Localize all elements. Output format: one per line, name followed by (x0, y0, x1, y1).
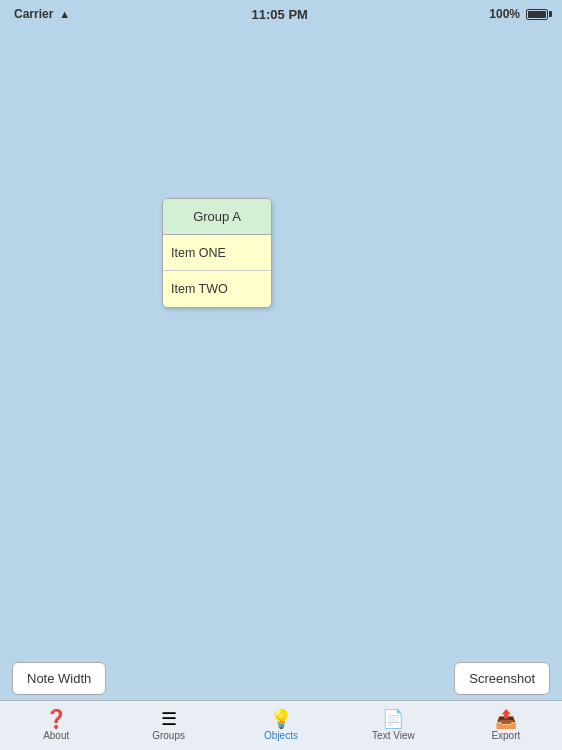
battery-percentage: 100% (489, 7, 520, 21)
status-time: 11:05 PM (252, 7, 308, 22)
battery-icon (526, 9, 548, 20)
status-left: Carrier ▲ (14, 7, 70, 21)
list-item[interactable]: Item TWO (163, 271, 271, 307)
status-bar: Carrier ▲ 11:05 PM 100% (0, 0, 562, 28)
tab-bar: ❓ About ☰ Groups 💡 Objects 📄 Text View 📤… (0, 700, 562, 750)
tab-textview-label: Text View (372, 730, 415, 741)
carrier-label: Carrier (14, 7, 53, 21)
export-icon: 📤 (495, 710, 517, 728)
main-canvas: Group A Item ONE Item TWO (0, 28, 562, 650)
status-right: 100% (489, 7, 548, 21)
tab-textview[interactable]: 📄 Text View (337, 701, 449, 750)
note-width-button[interactable]: Note Width (12, 662, 106, 695)
tab-objects[interactable]: 💡 Objects (225, 701, 337, 750)
tab-about-label: About (43, 730, 69, 741)
screenshot-button[interactable]: Screenshot (454, 662, 550, 695)
tab-groups[interactable]: ☰ Groups (112, 701, 224, 750)
list-item[interactable]: Item ONE (163, 235, 271, 271)
group-widget: Group A Item ONE Item TWO (162, 198, 272, 308)
tab-objects-label: Objects (264, 730, 298, 741)
objects-icon: 💡 (270, 710, 292, 728)
toolbar-buttons: Note Width Screenshot (0, 656, 562, 700)
tab-export-label: Export (491, 730, 520, 741)
tab-export[interactable]: 📤 Export (450, 701, 562, 750)
group-header: Group A (163, 199, 271, 235)
textview-icon: 📄 (382, 710, 404, 728)
tab-groups-label: Groups (152, 730, 185, 741)
tab-about[interactable]: ❓ About (0, 701, 112, 750)
about-icon: ❓ (45, 710, 67, 728)
groups-icon: ☰ (161, 710, 177, 728)
wifi-icon: ▲ (59, 8, 70, 20)
